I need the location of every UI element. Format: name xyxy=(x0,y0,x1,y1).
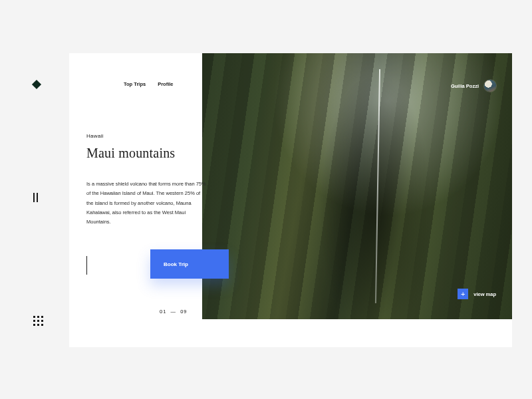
top-nav: Top Trips Profile xyxy=(124,81,174,87)
nav-top-trips[interactable]: Top Trips xyxy=(124,81,146,87)
view-map-label: view map xyxy=(473,291,496,297)
avatar xyxy=(484,80,496,92)
apps-grid-icon[interactable] xyxy=(33,316,43,326)
book-trip-label: Book Trip xyxy=(164,261,188,267)
hero-image: Guilia Pozzi + view map xyxy=(202,53,512,319)
user-chip[interactable]: Guilia Pozzi xyxy=(451,80,496,92)
destination-panel: Hawaii Maui mountains Is a massive shiel… xyxy=(86,133,219,283)
pager-total: 09 xyxy=(180,309,187,315)
plus-icon: + xyxy=(458,289,468,299)
cta-row: Book Trip xyxy=(86,249,219,283)
pager: 01 — 09 xyxy=(160,309,188,315)
left-rail xyxy=(33,0,53,399)
location-eyebrow: Hawaii xyxy=(86,133,219,139)
book-trip-button[interactable]: Book Trip xyxy=(150,249,229,279)
nav-profile[interactable]: Profile xyxy=(158,81,173,87)
user-name: Guilia Pozzi xyxy=(451,83,479,89)
destination-description: Is a massive shield volcano that forms m… xyxy=(86,180,206,227)
divider-tick xyxy=(86,256,87,275)
pause-icon[interactable] xyxy=(33,193,38,202)
pager-current: 01 xyxy=(160,309,166,315)
destination-title: Maui mountains xyxy=(86,146,219,161)
logo-icon[interactable] xyxy=(32,80,41,89)
view-map-button[interactable]: + view map xyxy=(458,289,496,299)
pager-sep: — xyxy=(171,309,177,315)
